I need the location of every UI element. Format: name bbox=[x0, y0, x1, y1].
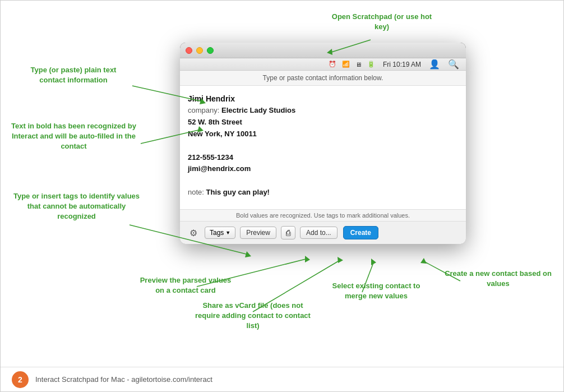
maximize-button[interactable] bbox=[207, 47, 214, 54]
note-value: This guy can play! bbox=[206, 188, 270, 196]
annotation-bold-recognized: Text in bold has been recognized by Inte… bbox=[8, 121, 140, 152]
svg-marker-5 bbox=[245, 251, 251, 257]
svg-marker-15 bbox=[420, 258, 427, 264]
share-button[interactable]: ⎙ bbox=[281, 226, 295, 239]
scratchpad-textarea[interactable]: Jimi Hendrix company: Electric Lady Stud… bbox=[180, 86, 466, 209]
svg-marker-9 bbox=[305, 256, 310, 262]
menubar-time: Fri 10:19 AM bbox=[383, 61, 421, 68]
contact-address1: 52 W. 8th Street bbox=[188, 117, 458, 128]
footer-logo: 2 bbox=[12, 371, 29, 388]
scratchpad-toolbar: ⚙ Tags ▼ Preview ⎙ Add to... Create bbox=[180, 222, 466, 244]
annotation-share: Share as vCard file (does not require ad… bbox=[194, 301, 312, 331]
battery-icon: 🔋 bbox=[367, 61, 375, 68]
addto-button[interactable]: Add to... bbox=[300, 227, 338, 239]
close-button[interactable] bbox=[186, 47, 192, 54]
mac-menubar: ⏰ 📶 🖥 🔋 Fri 10:19 AM 👤 🔍 bbox=[180, 58, 466, 71]
svg-marker-11 bbox=[338, 257, 343, 263]
user-icon: 👤 bbox=[429, 59, 440, 70]
annotation-preview: Preview the parsed values on a contact c… bbox=[135, 275, 236, 296]
preview-button[interactable]: Preview bbox=[240, 227, 276, 239]
contact-email: jimi@hendrix.com bbox=[188, 163, 458, 175]
minimize-button[interactable] bbox=[196, 47, 203, 54]
contact-company: company: Electric Lady Studios bbox=[188, 105, 458, 117]
chevron-down-icon: ▼ bbox=[225, 230, 230, 236]
scratchpad-header: Type or paste contact information below. bbox=[180, 71, 466, 86]
footer-bar: 2 Interact Scratchpad for Mac - agiletor… bbox=[1, 367, 563, 391]
footer-text: Interact Scratchpad for Mac - agiletorto… bbox=[35, 375, 212, 384]
company-label: company: bbox=[188, 106, 221, 114]
contact-phone: 212-555-1234 bbox=[188, 152, 458, 164]
annotation-open-scratchpad: Open Scratchpad (or use hot key) bbox=[331, 12, 432, 32]
create-button[interactable]: Create bbox=[343, 226, 378, 239]
screen-icon: 🖥 bbox=[355, 61, 362, 68]
tags-button[interactable]: Tags ▼ bbox=[205, 227, 235, 239]
contact-note: note: This guy can play! bbox=[188, 187, 458, 199]
mac-window: ⏰ 📶 🖥 🔋 Fri 10:19 AM 👤 🔍 Type or paste c… bbox=[180, 43, 466, 244]
company-value: Electric Lady Studios bbox=[221, 106, 295, 114]
annotation-addto: Select existing contact to merge new val… bbox=[323, 281, 429, 301]
mac-content: Type or paste contact information below.… bbox=[180, 71, 466, 244]
clock-icon: ⏰ bbox=[329, 61, 336, 68]
wifi-icon: 📶 bbox=[342, 61, 350, 68]
annotation-create: Create a new contact based on values bbox=[443, 269, 553, 289]
share-icon: ⎙ bbox=[286, 228, 290, 237]
contact-name: Jimi Hendrix bbox=[188, 93, 458, 105]
annotation-type-paste: Type (or paste) plain text contact infor… bbox=[17, 65, 130, 85]
annotation-tags-insert: Type or insert tags to identify values t… bbox=[8, 191, 145, 222]
note-label: note: bbox=[188, 188, 206, 196]
menubar-icons: ⏰ 📶 🖥 🔋 bbox=[329, 61, 375, 68]
search-icon[interactable]: 🔍 bbox=[448, 59, 459, 70]
gear-button[interactable]: ⚙ bbox=[187, 226, 200, 239]
scratchpad-hint: Bold values are recognized. Use tags to … bbox=[180, 209, 466, 222]
page-container: ⏰ 📶 🖥 🔋 Fri 10:19 AM 👤 🔍 Type or paste c… bbox=[0, 0, 564, 392]
contact-address2: New York, NY 10011 bbox=[188, 128, 458, 140]
mac-titlebar bbox=[180, 43, 466, 58]
svg-marker-13 bbox=[371, 259, 376, 265]
